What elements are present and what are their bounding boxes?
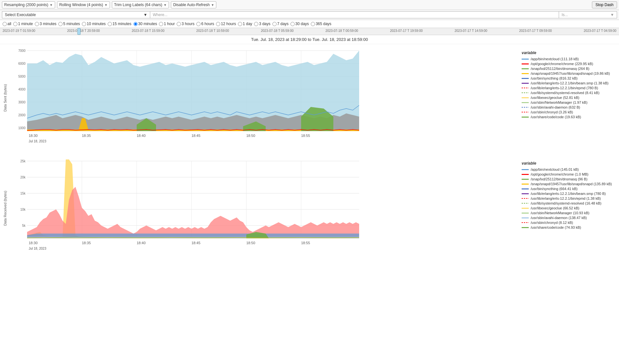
time-30min[interactable]: 30 minutes [133, 22, 157, 26]
legend-item: /usr/sbin/NetworkManager (1.97 kB) [522, 101, 616, 104]
legend-label: /usr/bin/syncthing (664.41 kB) [531, 187, 578, 191]
time-15min[interactable]: 15 minutes [108, 22, 132, 26]
radio-3hr[interactable] [177, 22, 181, 26]
legend-label: /usr/lib/erlang/erts-12.2.1/bin/epmd (78… [531, 86, 598, 90]
chart1-legend-title: variable [522, 51, 616, 55]
radio-6hr[interactable] [196, 22, 201, 26]
time-10min[interactable]: 10 minutes [82, 22, 106, 26]
legend-item: /usr/sbin/chronyd (8.12 kB) [522, 221, 616, 225]
legend-item: /usr/sbin/avahi-daemon (138.47 kB) [522, 216, 616, 220]
legend-color-swatch [522, 78, 529, 79]
executable-filter[interactable]: Select Executable ▼ [2, 11, 150, 18]
svg-text:18:35: 18:35 [82, 241, 91, 245]
legend-color-swatch [522, 97, 529, 98]
legend-color-swatch [522, 112, 529, 112]
trim-label: Trim Long Labels (64 chars) [114, 3, 162, 7]
timeline-scrubber[interactable]: 2023-07-19 T 01:59:00 2023-07-18 T 20:59… [0, 28, 619, 35]
tl-6: 2023-07-17 T 19:59:00 [390, 29, 423, 33]
is-filter[interactable]: Is... ▼ [559, 11, 617, 18]
chart1-legend-items: /app/bin/nextcloud (111.18 kB)/opt/googl… [522, 57, 616, 119]
resampling-label: Resampling (2000 points) [4, 3, 48, 7]
legend-item: /snap/lxd/25112/bin/dnsmasq (264 B) [522, 67, 616, 71]
time-1hr[interactable]: 1 hour [159, 22, 175, 26]
time-12hr[interactable]: 12 hours [216, 22, 236, 26]
legend-label: /snap/lxd/25112/bin/dnsmasq (96 B) [531, 177, 587, 181]
time-365day[interactable]: 365 days [311, 22, 331, 26]
resampling-arrow: ▼ [50, 3, 53, 7]
is-placeholder: Is... [562, 13, 568, 17]
legend-item: /app/bin/nextcloud (111.18 kB) [522, 57, 616, 61]
legend-color-swatch [522, 107, 529, 108]
legend-label: /snap/lxd/25112/bin/dnsmasq (264 B) [531, 67, 589, 71]
legend-color-swatch [522, 179, 529, 180]
radio-30min[interactable] [133, 22, 138, 26]
time-3min[interactable]: 3 minutes [35, 22, 56, 26]
is-arrow: ▼ [610, 13, 614, 17]
legend-label: /usr/sbin/chronyd (8.12 kB) [531, 221, 573, 225]
tl-9: 2023-07-17 T 04:59:00 [584, 29, 616, 33]
time-all[interactable]: all [3, 22, 11, 26]
legend-item: /usr/bin/syncthing (816.32 kB) [522, 76, 616, 80]
radio-5min[interactable] [58, 22, 63, 26]
legend-item: /snap/snapd/19457/usr/lib/snapd/snapd (1… [522, 182, 616, 186]
timeline-labels: 2023-07-19 T 01:59:00 2023-07-18 T 20:59… [0, 28, 619, 34]
time-5min[interactable]: 5 minutes [58, 22, 80, 26]
radio-7day[interactable] [272, 22, 277, 26]
radio-3min[interactable] [35, 22, 39, 26]
autorefresh-arrow: ▼ [211, 3, 214, 7]
legend-color-swatch [522, 184, 529, 185]
radio-1day[interactable] [238, 22, 242, 26]
tl-5: 2023-07-18 T 00:59:00 [325, 29, 358, 33]
chart2-area: 25k 20k 15k 10k 5k 18:30 [11, 158, 519, 259]
stop-dash-button[interactable]: Stop Dash [592, 1, 617, 8]
time-1min[interactable]: 1 minute [13, 22, 33, 26]
radio-1min[interactable] [13, 22, 17, 26]
legend-label: /usr/sbin/chronyd (3.26 kB) [531, 110, 573, 114]
legend-item: /opt/google/chrome/chrome (1.0 MB) [522, 172, 616, 176]
autorefresh-dropdown[interactable]: Disable Auto-Refresh ▼ [171, 1, 216, 8]
time-1day[interactable]: 1 day [238, 22, 252, 26]
legend-label: /usr/lib/erlang/erts-12.2.1/bin/epmd (1.… [531, 196, 601, 200]
time-30day[interactable]: 30 days [290, 22, 309, 26]
svg-text:18:45: 18:45 [192, 134, 201, 138]
legend-label: /usr/lib/systemd/systemd-resolved (8.41 … [531, 91, 599, 95]
time-3hr[interactable]: 3 hours [177, 22, 194, 26]
svg-text:6000: 6000 [18, 62, 26, 65]
legend-item: /usr/sbin/NetworkManager (10.93 kB) [522, 211, 616, 215]
where-filter[interactable]: Where... [150, 11, 559, 18]
rolling-window-dropdown[interactable]: Rolling Window (4 points) ▼ [57, 1, 110, 8]
radio-15min[interactable] [108, 22, 112, 26]
chart1-area: 7000 6000 5000 4000 3000 2000 1000 [11, 47, 519, 148]
legend-item: /usr/libexec/geoclue (66.52 kB) [522, 206, 616, 210]
legend-color-swatch [522, 68, 529, 69]
legend-label: /usr/sbin/avahi-daemon (632 B) [531, 105, 580, 109]
legend-item: /usr/sbin/avahi-daemon (632 B) [522, 105, 616, 109]
time-7day[interactable]: 7 days [272, 22, 289, 26]
legend-label: /usr/share/code/code (74.93 kB) [531, 225, 581, 229]
toolbar-dropdowns: Resampling (2000 points) ▼ Rolling Windo… [2, 1, 216, 8]
tl-3: 2023-07-18 T 10:59:00 [196, 29, 229, 33]
svg-text:15k: 15k [20, 192, 26, 195]
radio-30day[interactable] [290, 22, 295, 26]
date-range-text: Tue. Jul. 18, 2023 at 18:29:00 to Tue. J… [251, 37, 368, 42]
trim-labels-dropdown[interactable]: Trim Long Labels (64 chars) ▼ [112, 1, 169, 8]
resampling-dropdown[interactable]: Resampling (2000 points) ▼ [2, 1, 55, 8]
time-6hr[interactable]: 6 hours [196, 22, 214, 26]
radio-10min[interactable] [82, 22, 86, 26]
time-range-row: all 1 minute 3 minutes 5 minutes 10 minu… [0, 20, 619, 28]
legend-label: /opt/google/chrome/chrome (229.95 kB) [531, 62, 593, 66]
svg-text:18:50: 18:50 [246, 134, 255, 138]
legend-label: /usr/bin/syncthing (816.32 kB) [531, 76, 578, 80]
radio-3day[interactable] [254, 22, 258, 26]
radio-365day[interactable] [311, 22, 315, 26]
date-range-banner: Tue. Jul. 18, 2023 at 18:29:00 to Tue. J… [0, 35, 619, 44]
radio-12hr[interactable] [216, 22, 220, 26]
legend-label: /usr/sbin/NetworkManager (10.93 kB) [531, 211, 589, 215]
svg-text:18:30: 18:30 [29, 134, 38, 138]
chart2-legend-title: variable [522, 161, 616, 166]
timeline-thumb[interactable] [77, 28, 81, 35]
time-3day[interactable]: 3 days [254, 22, 270, 26]
rolling-label: Rolling Window (4 points) [59, 3, 103, 7]
radio-1hr[interactable] [159, 22, 163, 26]
radio-all[interactable] [3, 22, 7, 26]
